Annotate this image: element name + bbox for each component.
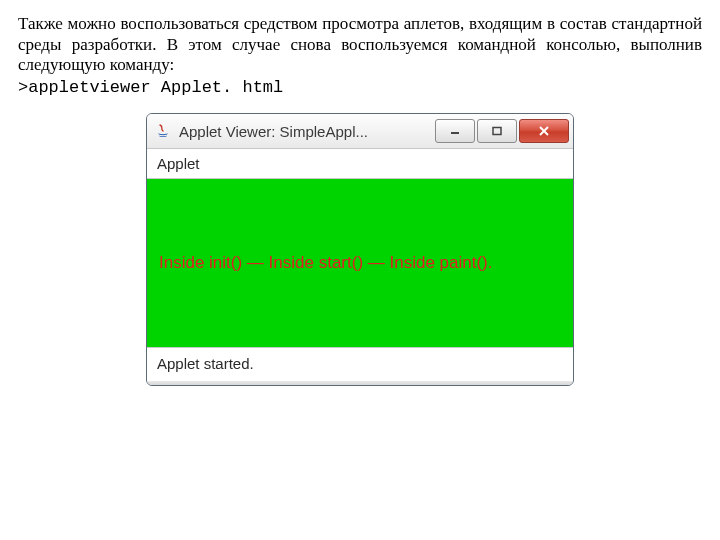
intro-paragraph: Также можно воспользоваться средством пр… [18,14,702,76]
status-text: Applet started. [157,355,254,372]
applet-output-text: Inside init() — Inside start() — Inside … [159,253,493,273]
titlebar: Applet Viewer: SimpleAppl... [147,114,573,149]
menu-applet[interactable]: Applet [157,155,200,172]
close-button[interactable] [519,119,569,143]
statusbar: Applet started. [147,347,573,381]
svg-rect-1 [493,128,501,135]
minimize-button[interactable] [435,119,475,143]
window-bottom-edge [147,381,573,385]
applet-viewer-window: Applet Viewer: SimpleAppl... Applet [146,113,574,386]
maximize-button[interactable] [477,119,517,143]
java-icon [155,123,171,139]
command-line: >appletviewer Applet. html [18,78,702,97]
window-controls [435,119,569,143]
applet-canvas: Inside init() — Inside start() — Inside … [147,179,573,347]
figure: Applet Viewer: SimpleAppl... Applet [18,113,702,386]
window-title: Applet Viewer: SimpleAppl... [179,123,435,140]
menubar: Applet [147,149,573,179]
